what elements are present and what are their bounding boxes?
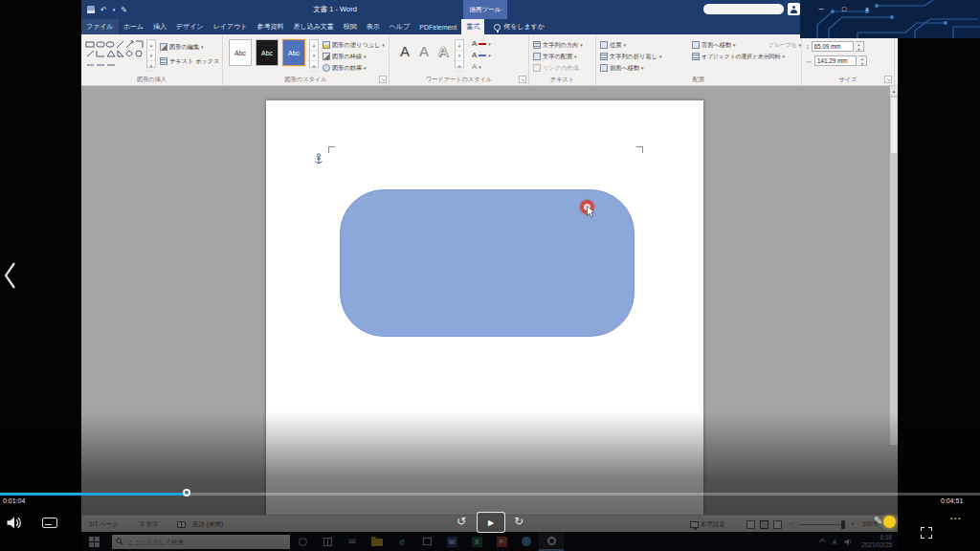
dialog-launcher-icon[interactable]: ↘ [884,76,892,83]
read-mode-button[interactable] [746,520,755,529]
scroll-down-icon[interactable]: ▾ [147,51,155,61]
previous-chevron[interactable] [2,260,17,291]
scroll-up-icon[interactable]: ▴ [147,40,155,51]
taskbar-item-task-view[interactable] [315,532,340,551]
scroll-down-icon[interactable]: ▾ [456,51,463,61]
text-fill-button[interactable]: A ▾ [472,39,491,48]
width-input[interactable] [814,55,857,66]
save-icon[interactable] [87,6,95,13]
word-count[interactable]: 0 文字 [141,516,158,533]
text-outline-button[interactable]: A ▾ [472,51,491,59]
maximize-button[interactable]: □ [835,0,854,19]
taskbar-item-excel[interactable]: X [464,532,489,551]
annotate-pen-button[interactable]: ✎ [874,515,882,527]
shape-effects-button[interactable]: 図形の効果 ▾ [323,62,367,74]
shape-outline-button[interactable]: 図形の枠線 ▾ [323,51,367,62]
shape-fill-button[interactable]: 図形の塗りつぶし ▾ [323,39,385,51]
wordart-preset-3[interactable]: A [434,43,453,59]
taskbar-item-pdfelement[interactable]: P [489,532,514,551]
start-button[interactable] [81,532,106,551]
wrap-text-button[interactable]: 文字列の折り返し ▾ [600,51,661,62]
rotate-button[interactable]: 回転 ▾ [768,51,785,62]
shape-gallery[interactable] [85,39,145,68]
width-spinner[interactable]: ▴ ▾ [858,55,867,66]
tab-review[interactable]: 校閲 [339,19,362,34]
taskbar-clock[interactable]: 6:16 2021/02/25 [861,534,892,549]
print-layout-button[interactable] [760,520,768,529]
shape-styles-scrollbar[interactable]: ▴ ▾ ▾ [309,39,319,68]
send-backward-button[interactable]: 背面へ移動 ▾ [692,39,736,51]
close-button[interactable]: × [858,0,877,19]
shape-style-preset-2[interactable]: Abc [256,39,278,66]
tab-home[interactable]: ホーム [119,19,148,34]
tab-design[interactable]: デザイン [171,19,209,34]
rewind-button[interactable]: ↺ [457,515,466,528]
wordart-preset-2[interactable]: A [414,43,434,59]
gallery-more-icon[interactable]: ▾ [456,61,463,72]
forward-button[interactable]: ↻ [514,515,523,528]
tab-pdfelement[interactable]: PDFelement [414,19,461,34]
taskbar-item-edge[interactable]: e [390,532,414,551]
tab-view[interactable]: 表示 [362,19,385,34]
tab-mailings[interactable]: 差し込み文書 [288,19,338,34]
tray-expand-icon[interactable] [819,538,826,544]
captions-button[interactable] [42,518,57,528]
spin-down-icon[interactable]: ▾ [858,61,866,66]
position-button[interactable]: 位置 ▾ [600,39,626,51]
scrollbar-thumb[interactable] [891,98,897,153]
tab-layout[interactable]: レイアウト [209,19,253,34]
shape-style-preset-3-selected[interactable]: Abc [282,39,305,66]
tab-format-selected[interactable]: 書式 [461,19,484,34]
pen-mode-icon[interactable]: ✎ [121,6,127,14]
page-count[interactable]: 1/1 ページ [89,516,119,533]
taskbar-search-box[interactable] [112,535,290,549]
fullscreen-button[interactable] [921,527,932,539]
height-spinner[interactable]: ▴ ▾ [856,41,864,52]
taskbar-item-store[interactable] [414,532,439,551]
spin-down-icon[interactable]: ▾ [856,47,863,52]
wordart-scrollbar[interactable]: ▴ ▾ ▾ [455,39,464,68]
bring-forward-button[interactable]: 前面へ移動 ▾ [600,62,644,74]
tab-file[interactable]: ファイル [81,19,119,34]
ime-indicator[interactable]: A [833,539,837,545]
seek-bar-handle[interactable] [183,489,190,496]
height-input[interactable] [812,41,854,52]
shape-style-preset-1[interactable]: Abc [229,39,252,66]
edit-shape-button[interactable]: 図形の編集 ▾ [160,41,204,53]
selection-pane-button[interactable]: オブジェクトの選択と表示 [692,51,769,62]
taskbar-item-mail[interactable]: ✉ [340,532,365,551]
seek-bar[interactable] [0,493,980,496]
undo-icon[interactable]: ↶ [100,6,107,14]
play-button[interactable]: ▶ [477,512,505,533]
scrollbar-up-icon[interactable]: ▴ [890,86,898,96]
tell-me-box[interactable]: 何をしますか [494,19,545,34]
zoom-slider[interactable] [799,524,845,525]
language-indicator[interactable]: 英語 (米国) [192,516,223,533]
text-direction-button[interactable]: 文字列の方向 ▾ [533,39,583,51]
text-effects-button[interactable]: A ▾ [472,62,481,71]
vertical-scrollbar[interactable]: ▴ [890,86,898,445]
shape-gallery-scrollbar[interactable]: ▴ ▾ ▾ [146,39,156,68]
volume-icon[interactable] [844,538,854,546]
dialog-launcher-icon[interactable]: ↘ [379,76,387,83]
scroll-up-icon[interactable]: ▴ [310,40,318,51]
proofing-icon[interactable] [177,516,186,533]
gallery-more-icon[interactable]: ▾ [310,61,318,72]
taskbar-item-file-explorer[interactable] [365,532,390,551]
more-options-button[interactable]: ⋯ [949,512,961,525]
gallery-more-icon[interactable]: ▾ [147,61,155,72]
taskbar-item-cortana[interactable] [290,532,315,551]
tab-help[interactable]: ヘルプ [385,19,415,34]
scroll-down-icon[interactable]: ▾ [310,51,318,61]
dialog-launcher-icon[interactable]: ↘ [519,76,526,83]
zoom-out-button[interactable]: − [790,516,793,533]
align-text-button[interactable]: 文字の配置 ▾ [533,51,577,62]
tab-references[interactable]: 参考資料 [252,19,288,34]
text-box-button[interactable]: テキスト ボックス [160,55,219,67]
tab-insert[interactable]: 挿入 [148,19,171,34]
taskbar-item-photos[interactable] [514,532,539,551]
web-layout-button[interactable] [773,520,782,529]
zoom-slider-handle[interactable] [841,520,845,529]
speaker-icon[interactable] [6,516,23,530]
scroll-up-icon[interactable]: ▴ [456,40,463,51]
